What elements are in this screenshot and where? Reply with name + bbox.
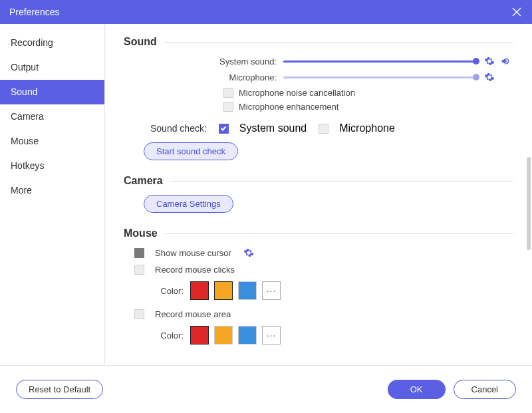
record-clicks-checkbox[interactable]	[134, 265, 144, 275]
heading-text: Sound	[124, 36, 157, 48]
record-area-label: Record mouse area	[155, 309, 231, 319]
show-cursor-label: Show mouse cursor	[155, 248, 231, 258]
gear-icon[interactable]	[484, 72, 495, 82]
soundcheck-mic-label: Microphone	[339, 122, 395, 134]
microphone-label: Microphone:	[124, 72, 283, 82]
soundcheck-system-checkbox[interactable]	[219, 124, 229, 134]
sidebar-item-camera[interactable]: Camera	[0, 104, 104, 129]
close-icon[interactable]	[511, 6, 523, 18]
sidebar-item-recording[interactable]: Recording	[0, 31, 104, 55]
system-sound-label: System sound:	[124, 57, 283, 67]
noise-cancellation-checkbox[interactable]	[223, 88, 233, 98]
color-swatch-red[interactable]	[190, 326, 209, 344]
mic-enhancement-checkbox[interactable]	[223, 102, 233, 112]
color-label: Color:	[150, 286, 184, 296]
sound-check-label: Sound check:	[150, 123, 207, 134]
heading-text: Mouse	[124, 227, 158, 239]
reset-default-button[interactable]: Reset to Default	[16, 380, 103, 399]
gear-icon[interactable]	[243, 247, 254, 258]
scrollbar[interactable]	[527, 157, 531, 250]
heading-text: Camera	[124, 175, 163, 187]
color-swatch-orange[interactable]	[214, 326, 233, 344]
soundcheck-mic-checkbox[interactable]	[319, 124, 329, 134]
camera-settings-button[interactable]: Camera Settings	[144, 195, 233, 213]
sidebar-item-output[interactable]: Output	[0, 55, 104, 80]
color-swatch-blue[interactable]	[238, 281, 257, 300]
mic-enhancement-label: Microphone enhancement	[239, 102, 338, 112]
record-area-checkbox[interactable]	[134, 309, 144, 319]
sidebar-item-more[interactable]: More	[0, 178, 104, 203]
window-title: Preferences	[9, 7, 59, 17]
show-cursor-checkbox[interactable]	[134, 248, 144, 258]
color-more-button[interactable]: ···	[262, 326, 281, 344]
record-clicks-label: Record mouse clicks	[155, 265, 235, 275]
start-sound-check-button[interactable]: Start sound check	[144, 142, 238, 160]
microphone-slider[interactable]	[283, 72, 476, 82]
noise-cancellation-label: Microphone noise cancellation	[239, 88, 355, 98]
footer: Reset to Default OK Cancel	[0, 365, 532, 413]
ok-button[interactable]: OK	[388, 380, 446, 399]
titlebar: Preferences	[0, 0, 532, 24]
sidebar-item-sound[interactable]: Sound	[0, 80, 104, 104]
section-heading-mouse: Mouse	[124, 227, 513, 239]
gear-icon[interactable]	[484, 56, 495, 67]
color-swatch-orange[interactable]	[214, 281, 233, 300]
speaker-icon[interactable]	[500, 56, 511, 67]
color-swatch-red[interactable]	[190, 281, 209, 300]
system-sound-slider[interactable]	[283, 57, 476, 66]
section-heading-camera: Camera	[124, 175, 513, 187]
sidebar-item-mouse[interactable]: Mouse	[0, 129, 104, 154]
cancel-button[interactable]: Cancel	[454, 380, 516, 399]
sidebar-item-hotkeys[interactable]: Hotkeys	[0, 154, 104, 178]
color-swatch-blue[interactable]	[238, 326, 257, 344]
main-panel: Sound System sound: Microphone: Micropho…	[105, 24, 532, 365]
section-heading-sound: Sound	[124, 36, 513, 48]
color-label: Color:	[150, 331, 184, 341]
sidebar: Recording Output Sound Camera Mouse Hotk…	[0, 24, 105, 365]
soundcheck-system-label: System sound	[239, 122, 307, 134]
color-more-button[interactable]: ···	[262, 281, 281, 300]
